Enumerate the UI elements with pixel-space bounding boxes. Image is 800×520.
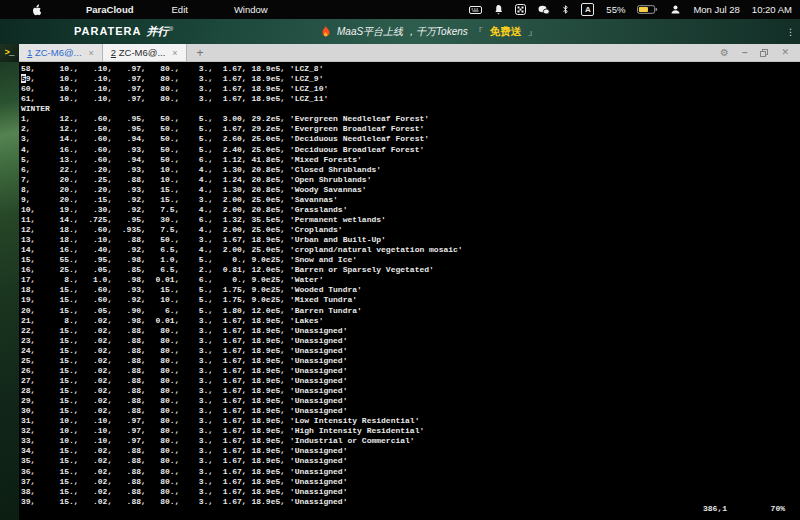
buffer-line: 17, 8., 1.0, .98, 0.01, 6., 0., 9.0e25, … xyxy=(21,275,800,285)
tab-close-icon[interactable]: × xyxy=(89,48,94,58)
menubar-date[interactable]: Mon Jul 28 xyxy=(693,4,739,15)
screen: ParaCloud Edit Window A 55% xyxy=(0,0,800,520)
workspace: >_ 1 ZC-M6@... × 2 ZC-M6@... × + ⚙ – xyxy=(0,44,800,520)
tab-session-1[interactable]: 1 ZC-M6@... × xyxy=(19,44,103,61)
tab-label: 1 ZC-M6@... xyxy=(27,47,82,58)
vim-ruler-position: 386,1 xyxy=(703,504,727,513)
macos-menubar: ParaCloud Edit Window A 55% xyxy=(0,0,800,19)
buffer-line: 58, 10., .10, .97, 80., 3., 1.67, 18.9e5… xyxy=(21,64,800,74)
buffer-line: 33, 10., .10, .97, 80., 3., 1.67, 18.9e5… xyxy=(21,436,800,446)
buffer-line: 34, 15., .02, .88, 80., 3., 1.67, 18.9e5… xyxy=(21,446,800,456)
maas-promo-link[interactable]: MaaS平台上线 ，千万Tokens 「 免费送 」 xyxy=(320,19,537,44)
tab-bar: 1 ZC-M6@... × 2 ZC-M6@... × + ⚙ – ✕ xyxy=(19,44,800,62)
buffer-line: 18, 15., .60, .93, 15., 5., 1.75, 9.0e25… xyxy=(21,285,800,295)
buffer-line: 60, 10., .10, .97, 80., 3., 1.67, 18.9e5… xyxy=(21,84,800,94)
wechat-icon[interactable] xyxy=(538,5,550,15)
menubar-app-name[interactable]: ParaCloud xyxy=(86,4,134,15)
vim-cursor: 5 xyxy=(21,74,26,83)
buffer-line: 35, 15., .02, .88, 80., 3., 1.67, 18.9e5… xyxy=(21,456,800,466)
buffer-line: 4, 16., .60, .93, 50., 5., 2.40, 25.0e5,… xyxy=(21,145,800,155)
terminal-screen[interactable]: 58, 10., .10, .97, 80., 3., 1.67, 18.9e5… xyxy=(19,62,800,520)
buffer-line: 19, 15., .60, .92, 10., 5., 1.75, 9.0e25… xyxy=(21,295,800,305)
buffer-line: 36, 15., .02, .88, 80., 3., 1.67, 18.9e5… xyxy=(21,467,800,477)
buffer-line: 15, 55., .95, .98, 1.0, 5., 0., 9.0e25, … xyxy=(21,255,800,265)
buffer-line: 29, 15., .02, .88, 80., 3., 1.67, 18.9e5… xyxy=(21,396,800,406)
vim-ruler-percent: 70% xyxy=(771,504,785,513)
terminal-app-icon[interactable]: >_ xyxy=(0,44,19,62)
menubar-time[interactable]: 10:20 AM xyxy=(752,4,792,15)
screen-share-icon[interactable] xyxy=(515,4,526,15)
buffer-line: 11, 14., .725, .95, 30., 6., 1.32, 35.5e… xyxy=(21,215,800,225)
buffer-line: 22, 15., .02, .88, 80., 3., 1.67, 18.9e5… xyxy=(21,326,800,336)
tab-session-2[interactable]: 2 ZC-M6@... × xyxy=(103,44,187,61)
banner-overflow-icon[interactable]: ⋮ xyxy=(786,27,795,37)
buffer-line: 32, 10., .10, .97, 80., 3., 1.67, 18.9e5… xyxy=(21,426,800,436)
input-source-icon[interactable]: A xyxy=(581,3,594,16)
trademark-symbol: ® xyxy=(169,26,173,32)
menubar-item-window[interactable]: Window xyxy=(234,4,268,15)
new-tab-button[interactable]: + xyxy=(187,44,214,61)
buffer-line: WINTER xyxy=(21,104,800,114)
promo-bracket-close: 」 xyxy=(527,25,537,39)
bell-icon[interactable] xyxy=(494,4,503,15)
buffer-line: 31, 10., .10, .97, 80., 3., 1.67, 18.9e5… xyxy=(21,416,800,426)
buffer-line: 30, 15., .02, .88, 80., 3., 1.67, 18.9e5… xyxy=(21,406,800,416)
settings-gear-icon[interactable]: ⚙ xyxy=(720,48,729,58)
keyboard-icon[interactable] xyxy=(469,5,482,15)
paratera-logo: PARATERA 并行 ® xyxy=(74,24,173,39)
window-controls: ⚙ – ✕ xyxy=(720,44,800,61)
battery-icon[interactable] xyxy=(637,4,658,15)
buffer-line: 23, 15., .02, .88, 80., 3., 1.67, 18.9e5… xyxy=(21,336,800,346)
buffer-line: 9, 20., .15, .92, 15., 3., 2.00, 25.0e5,… xyxy=(21,195,800,205)
buffer-line: 28, 15., .02, .88, 80., 3., 1.67, 18.9e5… xyxy=(21,386,800,396)
buffer-line: 14, 16., .40, .92, 6.5, 4., 2.00, 25.0e5… xyxy=(21,245,800,255)
buffer-line: 39, 15., .02, .88, 80., 3., 1.67, 18.9e5… xyxy=(21,497,800,507)
buffer-line: 5, 13., .60, .94, 50., 6., 1.12, 41.8e5,… xyxy=(21,155,800,165)
buffer-line: 21, 8., .02, .98, 0.01, 3., 1.67, 18.9e5… xyxy=(21,316,800,326)
brand-wordmark: PARATERA xyxy=(74,25,141,37)
flame-icon xyxy=(320,25,331,38)
menubar-left: ParaCloud Edit Window xyxy=(0,4,314,16)
promo-text: MaaS平台上线 ，千万Tokens xyxy=(337,25,468,39)
buffer-line: 2, 12., .50, .95, 50., 5., 1.67, 29.2e5,… xyxy=(21,124,800,134)
buffer-line: 3, 14., .60, .94, 50., 5., 2.60, 25.0e5,… xyxy=(21,134,800,144)
desktop-wallpaper xyxy=(0,62,19,520)
apple-menu-icon[interactable] xyxy=(32,4,42,16)
prompt-underscore-glyph: _ xyxy=(9,48,14,58)
promo-highlight: 免费送 xyxy=(490,25,522,39)
menubar-status-area: A 55% Mon Jul 28 10:20 AM xyxy=(469,3,800,16)
buffer-line: 20, 15., .05, .90, 6., 5., 1.80, 12.0e5,… xyxy=(21,306,800,316)
buffer-line: 59, 10., .10, .97, 80., 3., 1.67, 18.9e5… xyxy=(21,74,800,84)
paratera-banner: PARATERA 并行 ® MaaS平台上线 ，千万Tokens 「 免费送 」… xyxy=(0,19,800,44)
close-window-icon[interactable]: ✕ xyxy=(781,48,789,57)
brand-cn-wordmark: 并行 xyxy=(146,24,168,39)
buffer-line: 1, 12., .60, .95, 50., 5., 3.00, 29.2e5,… xyxy=(21,114,800,124)
buffer-line: 6, 22., .20, .93, 10., 4., 1.30, 20.8e5,… xyxy=(21,165,800,175)
user-switch-icon[interactable] xyxy=(670,4,681,15)
tab-label: 2 ZC-M6@... xyxy=(111,47,166,58)
vim-buffer: 58, 10., .10, .97, 80., 3., 1.67, 18.9e5… xyxy=(19,62,800,507)
buffer-line: 24, 15., .02, .88, 80., 3., 1.67, 18.9e5… xyxy=(21,346,800,356)
bluetooth-icon[interactable] xyxy=(562,4,569,15)
buffer-line: 25, 15., .02, .88, 80., 3., 1.67, 18.9e5… xyxy=(21,356,800,366)
buffer-line: 26, 15., .02, .88, 80., 3., 1.67, 18.9e5… xyxy=(21,366,800,376)
buffer-line: 37, 15., .02, .88, 80., 3., 1.67, 18.9e5… xyxy=(21,477,800,487)
left-strip: >_ xyxy=(0,44,19,520)
buffer-line: 10, 19., .30, .92, 7.5, 4., 2.00, 20.8e5… xyxy=(21,205,800,215)
buffer-line: 12, 18., .60, .935, 7.5, 4., 2.00, 25.0e… xyxy=(21,225,800,235)
promo-bracket-open: 「 xyxy=(474,25,484,39)
buffer-line: 27, 15., .02, .88, 80., 3., 1.67, 18.9e5… xyxy=(21,376,800,386)
menubar-item-edit[interactable]: Edit xyxy=(172,4,188,15)
minimize-icon[interactable]: – xyxy=(742,48,748,58)
buffer-line: 8, 20., .20, .93, 15., 4., 1.30, 20.8e5,… xyxy=(21,185,800,195)
buffer-line: 61, 10., .10, .97, 80., 3., 1.67, 18.9e5… xyxy=(21,94,800,104)
buffer-line: 7, 20., .25, .88, 10., 4., 1.24, 20.8e5,… xyxy=(21,175,800,185)
buffer-line: 16, 25., .05, .85, 6.5, 2., 0.81, 12.0e5… xyxy=(21,265,800,275)
battery-percent: 55% xyxy=(606,4,625,15)
buffer-line: 38, 15., .02, .88, 80., 3., 1.67, 18.9e5… xyxy=(21,487,800,497)
maximize-restore-icon[interactable] xyxy=(760,49,768,57)
tab-close-icon[interactable]: × xyxy=(172,48,177,58)
buffer-line: 13, 18., .10, .88, 50., 3., 1.67, 18.9e5… xyxy=(21,235,800,245)
terminal-window: 1 ZC-M6@... × 2 ZC-M6@... × + ⚙ – ✕ xyxy=(19,44,800,520)
